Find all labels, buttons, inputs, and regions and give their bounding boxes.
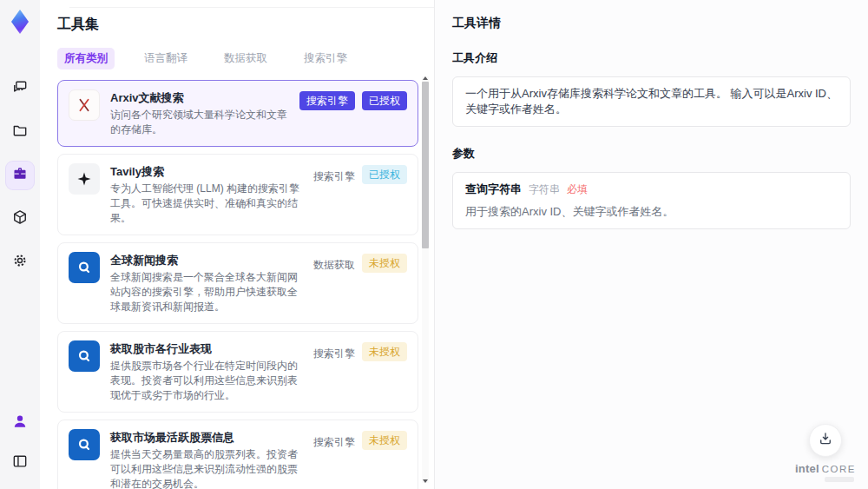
gear-icon <box>11 252 29 273</box>
sidebar-item-account[interactable] <box>6 409 34 437</box>
tool-card-arxiv[interactable]: Arxiv文献搜索 访问各个研究领域大量科学论文和文章的存储库。 搜索引擎 已授… <box>57 80 418 147</box>
intel-core-logo: intel CORE <box>795 462 856 475</box>
category-tabs: 所有类别 语言翻译 数据获取 搜索引擎 <box>57 48 434 69</box>
app-logo <box>5 7 35 36</box>
cube-icon <box>11 208 29 229</box>
sidebar-item-models[interactable] <box>6 205 34 233</box>
status-badge: 已授权 <box>362 91 407 110</box>
param-box: 查询字符串 字符串 必填 用于搜索的Arxiv ID、关键字或作者姓名。 <box>452 172 851 229</box>
tool-name: Tavily搜索 <box>110 163 303 180</box>
scrollbar-thumb[interactable] <box>422 82 429 248</box>
corner-widgets: intel CORE <box>795 424 856 482</box>
app-window: 工具集 所有类别 语言翻译 数据获取 搜索引擎 Arxiv文献搜索 访问各个研究… <box>0 0 868 489</box>
tool-name: 全球新闻搜索 <box>110 252 303 268</box>
tool-description: 全球新闻搜索是一个聚合全球各大新闻网站内容的搜索引擎，帮助用户快速获取全球最新资… <box>110 270 303 314</box>
brand-subtext <box>825 477 854 482</box>
tool-card-active-stocks[interactable]: 获取市场最活跃股票信息 提供当天交易量最高的股票列表。投资者可以利用这些信息来识… <box>57 420 418 489</box>
panel-toggle-icon <box>11 453 29 473</box>
param-description: 用于搜索的Arxiv ID、关键字或作者姓名。 <box>465 204 838 220</box>
news-search-icon <box>69 429 100 460</box>
intro-text: 一个用于从Arxiv存储库搜索科学论文和文章的工具。 输入可以是Arxiv ID… <box>465 87 838 116</box>
tab-all-categories[interactable]: 所有类别 <box>57 48 115 69</box>
intro-box: 一个用于从Arxiv存储库搜索科学论文和文章的工具。 输入可以是Arxiv ID… <box>452 76 851 127</box>
param-required-flag: 必填 <box>567 182 588 197</box>
toolbox-icon <box>11 165 29 186</box>
params-heading: 参数 <box>452 146 851 162</box>
tab-translation[interactable]: 语言翻译 <box>137 48 194 69</box>
page-title: 工具集 <box>57 16 434 34</box>
category-label: 数据获取 <box>313 254 355 277</box>
tool-name: 获取市场最活跃股票信息 <box>110 429 303 446</box>
category-label: 搜索引擎 <box>313 431 355 454</box>
intro-heading: 工具介绍 <box>452 50 851 66</box>
sidebar-item-chat[interactable] <box>6 75 34 102</box>
scroll-up-arrow[interactable] <box>423 76 428 80</box>
tool-description: 访问各个研究领域大量科学论文和文章的存储库。 <box>110 108 289 137</box>
tool-list-panel: 工具集 所有类别 语言翻译 数据获取 搜索引擎 Arxiv文献搜索 访问各个研究… <box>40 0 434 489</box>
news-search-icon <box>69 252 100 283</box>
status-badge: 已授权 <box>362 165 407 184</box>
download-icon <box>818 431 833 450</box>
news-search-icon <box>69 340 100 372</box>
status-badge: 未授权 <box>362 431 407 450</box>
param-type: 字符串 <box>529 182 560 197</box>
folder-icon <box>11 122 29 142</box>
chat-icon <box>11 78 29 99</box>
detail-title: 工具详情 <box>452 16 851 31</box>
param-name: 查询字符串 <box>465 182 522 197</box>
sidebar-item-settings[interactable] <box>6 248 34 276</box>
scroll-down-arrow[interactable] <box>423 479 428 483</box>
tool-description: 提供股票市场各个行业在特定时间段内的表现。投资者可以利用这些信息来识别表现优于或… <box>110 359 303 403</box>
sidebar-item-tools[interactable] <box>6 162 34 189</box>
tool-card-tavily[interactable]: Tavily搜索 专为人工智能代理 (LLM) 构建的搜索引擎工具。可快速提供实… <box>57 154 418 235</box>
category-label: 搜索引擎 <box>313 165 355 188</box>
tool-name: Arxiv文献搜索 <box>110 89 289 106</box>
tool-name: 获取股市各行业表现 <box>110 340 303 357</box>
status-badge: 未授权 <box>362 342 407 361</box>
user-icon <box>11 413 29 433</box>
category-badge: 搜索引擎 <box>299 91 355 110</box>
sidebar-item-files[interactable] <box>6 118 34 146</box>
tool-card-global-news[interactable]: 全球新闻搜索 全球新闻搜索是一个聚合全球各大新闻网站内容的搜索引擎，帮助用户快速… <box>57 242 418 324</box>
tool-description: 专为人工智能代理 (LLM) 构建的搜索引擎工具。可快速提供实时、准确和真实的结… <box>110 182 303 226</box>
sidebar-item-collapse[interactable] <box>6 449 34 477</box>
tool-card-sector-performance[interactable]: 获取股市各行业表现 提供股票市场各个行业在特定时间段内的表现。投资者可以利用这些… <box>57 331 418 413</box>
download-button[interactable] <box>809 424 842 457</box>
tool-detail-panel: 工具详情 工具介绍 一个用于从Arxiv存储库搜索科学论文和文章的工具。 输入可… <box>434 0 868 489</box>
tool-list: Arxiv文献搜索 访问各个研究领域大量科学论文和文章的存储库。 搜索引擎 已授… <box>57 80 418 489</box>
tavily-star-icon <box>69 163 100 195</box>
tab-data-fetch[interactable]: 数据获取 <box>217 48 274 69</box>
category-label: 搜索引擎 <box>313 342 355 366</box>
sidebar <box>0 0 40 489</box>
arxiv-icon <box>69 89 100 121</box>
status-badge: 未授权 <box>362 254 407 273</box>
tab-search-engine[interactable]: 搜索引擎 <box>297 48 354 69</box>
tool-description: 提供当天交易量最高的股票列表。投资者可以利用这些信息来识别流动性强的股票和潜在的… <box>110 447 303 489</box>
list-scrollbar[interactable] <box>422 76 429 483</box>
